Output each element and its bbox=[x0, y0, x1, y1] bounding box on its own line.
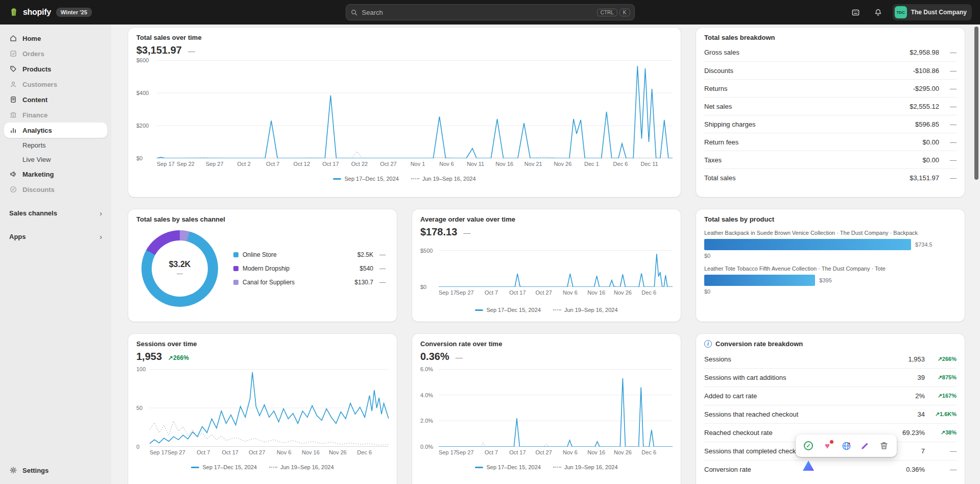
store-switcher[interactable]: TDC The Dust Company bbox=[893, 4, 972, 20]
check-circle-icon[interactable]: ✓ bbox=[803, 441, 814, 451]
row-change-badge: ↗167% bbox=[925, 393, 957, 399]
table-row: Gross sales$2,958.98— bbox=[704, 43, 957, 61]
solid-line-marker-icon bbox=[333, 178, 341, 180]
card-title[interactable]: Total sales by product bbox=[704, 215, 957, 223]
sidebar-item-products[interactable]: Products bbox=[4, 61, 107, 77]
donut-total: $3.2K bbox=[169, 260, 191, 269]
row-value: 0.36% bbox=[906, 466, 925, 473]
card-title[interactable]: Conversion rate over time bbox=[420, 340, 673, 348]
x-tick-label: Oct 7 bbox=[485, 449, 498, 455]
heart-icon[interactable]: ♥ bbox=[822, 441, 832, 451]
aov-chart: $0$500 Sep 17Sep 27Oct 7Oct 17Oct 27Nov … bbox=[420, 250, 673, 298]
search-icon bbox=[350, 9, 358, 16]
legend-label: Sep 17–Dec 15, 2024 bbox=[344, 176, 398, 182]
sidebar-item-label: Customers bbox=[22, 81, 57, 88]
channel-value: $130.7 bbox=[354, 279, 373, 286]
dotted-line-marker-icon bbox=[269, 467, 277, 468]
product-bar bbox=[704, 275, 815, 286]
row-label: Taxes bbox=[704, 156, 922, 164]
metric: 1,953 ↗266% bbox=[136, 351, 389, 362]
legend-swatch bbox=[233, 252, 238, 257]
card-title[interactable]: Sessions over time bbox=[136, 340, 389, 348]
metric-delta: — bbox=[188, 47, 195, 55]
table-row: Return fees$0.00— bbox=[704, 133, 957, 151]
y-tick-label: 4.0% bbox=[420, 392, 433, 398]
card-title[interactable]: Average order value over time bbox=[420, 215, 673, 223]
shopify-bag-icon bbox=[8, 7, 19, 18]
info-icon[interactable]: i bbox=[704, 340, 712, 348]
channel-value: $540 bbox=[360, 265, 373, 272]
conversion-rate-chart: 0.0%2.0%4.0%6.0% Sep 17Sep 27Oct 7Oct 17… bbox=[420, 369, 673, 457]
x-tick-label: Dec 6 bbox=[641, 289, 656, 296]
sidebar-item-settings[interactable]: Settings bbox=[4, 463, 107, 478]
legend-item: Sep 17–Dec 15, 2024 bbox=[475, 307, 540, 313]
solid-line-marker-icon bbox=[475, 309, 483, 311]
row-label: Added to cart rate bbox=[704, 392, 915, 400]
card-title[interactable]: Total sales breakdown bbox=[704, 34, 957, 41]
x-tick-label: Nov 6 bbox=[563, 289, 578, 296]
row-change-dash: — bbox=[939, 174, 957, 182]
sidebar-item-label: Live View bbox=[22, 156, 51, 163]
row-label: Returns bbox=[704, 85, 913, 92]
sidebar-item-content[interactable]: Content bbox=[4, 92, 107, 107]
legend-item: Jun 19–Sep 16, 2024 bbox=[553, 307, 618, 313]
sidebar-item-customers[interactable]: Customers bbox=[4, 77, 107, 92]
sidebar-item-label: Marketing bbox=[22, 171, 54, 178]
legend-label: Jun 19–Sep 16, 2024 bbox=[564, 464, 618, 470]
sidebar-section-apps[interactable]: Apps › bbox=[4, 229, 107, 244]
orders-icon bbox=[9, 50, 17, 58]
x-tick-label: Nov 26 bbox=[614, 289, 632, 296]
x-tick-label: Oct 12 bbox=[294, 161, 310, 167]
x-tick-label: Nov 11 bbox=[467, 161, 484, 167]
sidebar-item-orders[interactable]: Orders bbox=[4, 46, 107, 61]
row-value: $0.00 bbox=[922, 138, 939, 146]
product-bar bbox=[704, 239, 911, 250]
card-title[interactable]: Total sales by sales channel bbox=[136, 215, 389, 223]
x-tick-label: Sep 27 bbox=[168, 449, 185, 455]
table-row: Discounts-$108.86— bbox=[704, 61, 957, 79]
ctrl-key: CTRL bbox=[597, 9, 617, 16]
card-title[interactable]: Total sales over time bbox=[136, 34, 673, 41]
sidebar-item-home[interactable]: Home bbox=[4, 31, 107, 46]
products-icon bbox=[9, 65, 17, 73]
row-label: Return fees bbox=[704, 138, 922, 146]
legend-label: Sep 17–Dec 15, 2024 bbox=[486, 307, 540, 313]
grid-icon[interactable] bbox=[848, 4, 864, 20]
table-row: Conversion rate0.36%— bbox=[704, 460, 957, 478]
card-total-sales-breakdown: Total sales breakdown Gross sales$2,958.… bbox=[696, 28, 965, 197]
pen-icon[interactable] bbox=[860, 441, 870, 451]
shopify-logo[interactable]: shopify bbox=[8, 7, 51, 18]
trash-icon[interactable] bbox=[879, 441, 889, 451]
sidebar-item-marketing[interactable]: Marketing bbox=[4, 166, 107, 182]
x-tick-label: Oct 27 bbox=[249, 449, 265, 455]
legend-item: Jun 19–Sep 16, 2024 bbox=[553, 464, 618, 470]
card-title[interactable]: Conversion rate breakdown bbox=[715, 340, 803, 348]
notifications-bell-icon[interactable] bbox=[870, 4, 887, 20]
x-tick-label: Nov 16 bbox=[587, 449, 605, 455]
table-row: Taxes$0.00— bbox=[704, 151, 957, 168]
row-change-dash: — bbox=[939, 120, 957, 128]
vertical-scrollbar[interactable] bbox=[974, 27, 978, 180]
sidebar-item-live-view[interactable]: Live View bbox=[4, 152, 107, 166]
version-badge[interactable]: Winter '25 bbox=[56, 8, 92, 17]
store-name: The Dust Company bbox=[911, 9, 967, 16]
bar-value-label: $734.5 bbox=[915, 241, 933, 248]
x-tick-label: Dec 1 bbox=[584, 161, 599, 167]
channel-legend-item: Online Store$2.5K— bbox=[233, 248, 386, 262]
metric: $3,151.97 — bbox=[136, 44, 673, 56]
card-total-sales-by-channel: Total sales by sales channel $3.2K — Onl… bbox=[128, 209, 397, 322]
sidebar-section-sales-channels[interactable]: Sales channels › bbox=[4, 205, 107, 221]
solid-line-marker-icon bbox=[191, 467, 199, 468]
sidebar-item-reports[interactable]: Reports bbox=[4, 138, 107, 152]
sidebar-item-finance[interactable]: Finance bbox=[4, 107, 107, 123]
topbar: shopify Winter '25 Search CTRL K TDC The… bbox=[0, 0, 980, 25]
donut-delta: — bbox=[177, 270, 183, 277]
globe-icon[interactable] bbox=[841, 441, 851, 451]
y-tick-label: 50 bbox=[136, 405, 142, 411]
sidebar-item-analytics[interactable]: Analytics bbox=[4, 123, 107, 138]
row-value: $3,151.97 bbox=[910, 174, 939, 182]
search-bar[interactable]: Search CTRL K bbox=[346, 4, 635, 20]
sidebar-item-discounts[interactable]: Discounts bbox=[4, 182, 107, 197]
row-value: 7 bbox=[921, 447, 925, 455]
x-tick-label: Oct 7 bbox=[266, 161, 279, 167]
